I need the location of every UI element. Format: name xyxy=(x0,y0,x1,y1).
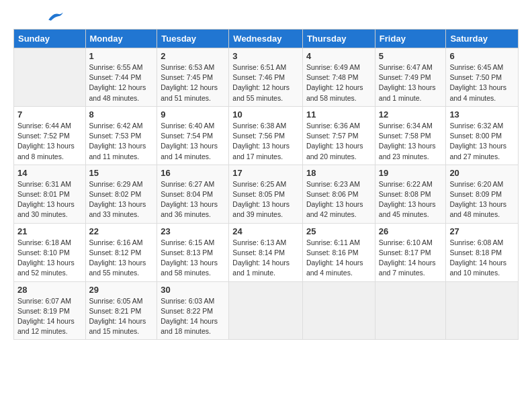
day-info: Sunrise: 6:55 AM Sunset: 7:44 PM Dayligh… xyxy=(89,62,154,103)
calendar-week-row: 21Sunrise: 6:18 AM Sunset: 8:10 PM Dayli… xyxy=(14,223,519,281)
day-info: Sunrise: 6:03 AM Sunset: 8:22 PM Dayligh… xyxy=(161,296,225,337)
day-info: Sunrise: 6:47 AM Sunset: 7:49 PM Dayligh… xyxy=(379,62,443,103)
day-number: 6 xyxy=(449,51,515,61)
day-info: Sunrise: 6:36 AM Sunset: 7:57 PM Dayligh… xyxy=(306,121,371,162)
day-info: Sunrise: 6:31 AM Sunset: 8:01 PM Dayligh… xyxy=(17,179,82,220)
calendar-cell: 9Sunrise: 6:40 AM Sunset: 7:54 PM Daylig… xyxy=(157,106,229,165)
calendar-cell: 26Sunrise: 6:10 AM Sunset: 8:17 PM Dayli… xyxy=(375,223,446,281)
calendar-header-row: SundayMondayTuesdayWednesdayThursdayFrid… xyxy=(14,30,519,48)
calendar-cell: 29Sunrise: 6:05 AM Sunset: 8:21 PM Dayli… xyxy=(85,281,157,340)
calendar-cell: 19Sunrise: 6:22 AM Sunset: 8:08 PM Dayli… xyxy=(375,165,446,223)
day-number: 21 xyxy=(17,226,82,236)
day-info: Sunrise: 6:22 AM Sunset: 8:08 PM Dayligh… xyxy=(379,179,443,220)
day-number: 26 xyxy=(379,226,443,236)
day-info: Sunrise: 6:13 AM Sunset: 8:14 PM Dayligh… xyxy=(232,238,299,279)
calendar-cell: 25Sunrise: 6:11 AM Sunset: 8:16 PM Dayli… xyxy=(302,223,375,281)
day-number: 24 xyxy=(232,226,299,236)
day-number: 23 xyxy=(161,226,225,236)
day-number: 12 xyxy=(379,109,443,120)
day-number: 17 xyxy=(232,168,299,178)
day-number: 27 xyxy=(449,226,515,236)
calendar-cell xyxy=(302,281,375,340)
weekday-header-thursday: Thursday xyxy=(302,30,375,48)
calendar-cell: 11Sunrise: 6:36 AM Sunset: 7:57 PM Dayli… xyxy=(302,106,375,165)
calendar-week-row: 14Sunrise: 6:31 AM Sunset: 8:01 PM Dayli… xyxy=(14,165,519,223)
day-info: Sunrise: 6:53 AM Sunset: 7:45 PM Dayligh… xyxy=(161,62,225,103)
day-number: 16 xyxy=(161,168,225,178)
day-number: 11 xyxy=(306,109,371,120)
weekday-header-sunday: Sunday xyxy=(14,30,86,48)
day-info: Sunrise: 6:25 AM Sunset: 8:05 PM Dayligh… xyxy=(232,179,299,220)
calendar-cell xyxy=(375,281,446,340)
day-number: 4 xyxy=(306,51,371,61)
day-number: 14 xyxy=(17,168,82,178)
calendar-cell xyxy=(14,48,86,107)
calendar-cell: 3Sunrise: 6:51 AM Sunset: 7:46 PM Daylig… xyxy=(229,48,303,107)
calendar-cell: 2Sunrise: 6:53 AM Sunset: 7:45 PM Daylig… xyxy=(157,48,229,107)
weekday-header-monday: Monday xyxy=(85,30,157,48)
day-info: Sunrise: 6:11 AM Sunset: 8:16 PM Dayligh… xyxy=(306,238,371,279)
day-info: Sunrise: 6:27 AM Sunset: 8:04 PM Dayligh… xyxy=(161,179,225,220)
calendar-cell: 15Sunrise: 6:29 AM Sunset: 8:02 PM Dayli… xyxy=(85,165,157,223)
calendar-cell: 12Sunrise: 6:34 AM Sunset: 7:58 PM Dayli… xyxy=(375,106,446,165)
day-number: 22 xyxy=(89,226,154,236)
day-number: 15 xyxy=(89,168,154,178)
day-number: 5 xyxy=(379,51,443,61)
day-info: Sunrise: 6:07 AM Sunset: 8:19 PM Dayligh… xyxy=(17,296,82,337)
day-number: 18 xyxy=(306,168,371,178)
day-info: Sunrise: 6:20 AM Sunset: 8:09 PM Dayligh… xyxy=(449,179,515,220)
calendar-cell: 27Sunrise: 6:08 AM Sunset: 8:18 PM Dayli… xyxy=(446,223,519,281)
day-number: 30 xyxy=(161,285,225,295)
page-header xyxy=(13,13,519,22)
calendar-cell: 20Sunrise: 6:20 AM Sunset: 8:09 PM Dayli… xyxy=(446,165,519,223)
day-info: Sunrise: 6:23 AM Sunset: 8:06 PM Dayligh… xyxy=(306,179,371,220)
day-number: 19 xyxy=(379,168,443,178)
weekday-header-wednesday: Wednesday xyxy=(229,30,303,48)
day-number: 13 xyxy=(449,109,515,120)
calendar-cell: 13Sunrise: 6:32 AM Sunset: 8:00 PM Dayli… xyxy=(446,106,519,165)
calendar-cell: 17Sunrise: 6:25 AM Sunset: 8:05 PM Dayli… xyxy=(229,165,303,223)
calendar-cell: 16Sunrise: 6:27 AM Sunset: 8:04 PM Dayli… xyxy=(157,165,229,223)
day-info: Sunrise: 6:40 AM Sunset: 7:54 PM Dayligh… xyxy=(161,121,225,162)
calendar-week-row: 1Sunrise: 6:55 AM Sunset: 7:44 PM Daylig… xyxy=(14,48,519,107)
day-number: 8 xyxy=(89,109,154,120)
day-number: 20 xyxy=(449,168,515,178)
calendar-cell: 22Sunrise: 6:16 AM Sunset: 8:12 PM Dayli… xyxy=(85,223,157,281)
day-info: Sunrise: 6:15 AM Sunset: 8:13 PM Dayligh… xyxy=(161,238,225,279)
weekday-header-saturday: Saturday xyxy=(446,30,519,48)
calendar-cell: 7Sunrise: 6:44 AM Sunset: 7:52 PM Daylig… xyxy=(14,106,86,165)
day-number: 25 xyxy=(306,226,371,236)
calendar-cell: 23Sunrise: 6:15 AM Sunset: 8:13 PM Dayli… xyxy=(157,223,229,281)
calendar-cell: 24Sunrise: 6:13 AM Sunset: 8:14 PM Dayli… xyxy=(229,223,303,281)
day-info: Sunrise: 6:18 AM Sunset: 8:10 PM Dayligh… xyxy=(17,238,82,279)
calendar-cell: 5Sunrise: 6:47 AM Sunset: 7:49 PM Daylig… xyxy=(375,48,446,107)
calendar-cell: 4Sunrise: 6:49 AM Sunset: 7:48 PM Daylig… xyxy=(302,48,375,107)
calendar-cell xyxy=(446,281,519,340)
day-info: Sunrise: 6:10 AM Sunset: 8:17 PM Dayligh… xyxy=(379,238,443,279)
day-info: Sunrise: 6:38 AM Sunset: 7:56 PM Dayligh… xyxy=(232,121,299,162)
day-info: Sunrise: 6:44 AM Sunset: 7:52 PM Dayligh… xyxy=(17,121,82,162)
day-number: 3 xyxy=(232,51,299,61)
calendar-week-row: 28Sunrise: 6:07 AM Sunset: 8:19 PM Dayli… xyxy=(14,281,519,340)
day-number: 28 xyxy=(17,285,82,295)
logo xyxy=(13,13,66,22)
day-info: Sunrise: 6:49 AM Sunset: 7:48 PM Dayligh… xyxy=(306,62,371,103)
day-info: Sunrise: 6:34 AM Sunset: 7:58 PM Dayligh… xyxy=(379,121,443,162)
weekday-header-tuesday: Tuesday xyxy=(157,30,229,48)
day-number: 1 xyxy=(89,51,154,61)
calendar-cell: 10Sunrise: 6:38 AM Sunset: 7:56 PM Dayli… xyxy=(229,106,303,165)
day-info: Sunrise: 6:05 AM Sunset: 8:21 PM Dayligh… xyxy=(89,296,154,337)
calendar-cell: 18Sunrise: 6:23 AM Sunset: 8:06 PM Dayli… xyxy=(302,165,375,223)
calendar-cell: 8Sunrise: 6:42 AM Sunset: 7:53 PM Daylig… xyxy=(85,106,157,165)
calendar-cell: 28Sunrise: 6:07 AM Sunset: 8:19 PM Dayli… xyxy=(14,281,86,340)
calendar-cell: 21Sunrise: 6:18 AM Sunset: 8:10 PM Dayli… xyxy=(14,223,86,281)
day-number: 7 xyxy=(17,109,82,120)
day-info: Sunrise: 6:08 AM Sunset: 8:18 PM Dayligh… xyxy=(449,238,515,279)
weekday-header-friday: Friday xyxy=(375,30,446,48)
calendar-cell: 30Sunrise: 6:03 AM Sunset: 8:22 PM Dayli… xyxy=(157,281,229,340)
day-info: Sunrise: 6:32 AM Sunset: 8:00 PM Dayligh… xyxy=(449,121,515,162)
day-info: Sunrise: 6:51 AM Sunset: 7:46 PM Dayligh… xyxy=(232,62,299,103)
logo-bird-icon xyxy=(46,10,66,22)
day-number: 2 xyxy=(161,51,225,61)
day-info: Sunrise: 6:29 AM Sunset: 8:02 PM Dayligh… xyxy=(89,179,154,220)
